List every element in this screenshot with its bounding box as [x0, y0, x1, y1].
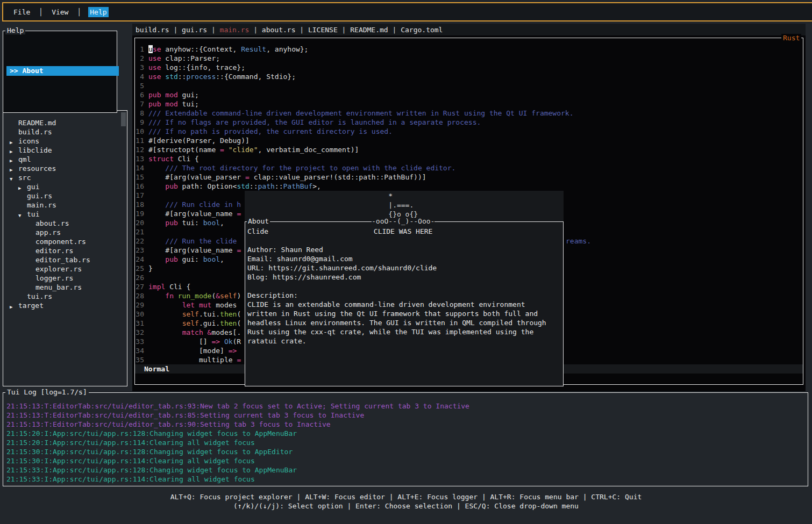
line-number: 25	[136, 264, 144, 273]
tree-item-tui-rs[interactable]: tui.rs	[3, 292, 126, 301]
code-line[interactable]: 15 #[arg(value_parser = clap::value_pars…	[136, 173, 802, 182]
file-tree: README.mdbuild.rs▶icons▶libclide▶qml▶res…	[3, 118, 126, 310]
help-menu-item-about[interactable]: >> About	[6, 66, 119, 76]
tree-item-label: tui	[27, 210, 39, 219]
code-line[interactable]: 11#[derive(Parser, Debug)]	[136, 136, 802, 145]
code-line[interactable]: 4use std::process::{Command, Stdio};	[136, 72, 802, 81]
editor-tab-license[interactable]: LICENSE	[308, 26, 338, 34]
editor-tab-about.rs[interactable]: about.rs	[262, 26, 296, 34]
code-token: =>	[211, 338, 220, 346]
code-token: (	[237, 319, 241, 327]
code-line[interactable]: 9/// If no flags are provided, the GUI e…	[136, 118, 802, 127]
tree-item-app-rs[interactable]: app.rs	[3, 228, 126, 237]
tree-item-explorer-rs[interactable]: explorer.rs	[3, 264, 126, 274]
log-line: 21:15:13:T:EditorTab:src/tui/editor_tab.…	[6, 401, 469, 411]
line-number: 15	[136, 173, 144, 182]
code-token: .tui.	[199, 310, 220, 318]
code-token: ::	[275, 182, 283, 190]
code-token: use	[148, 63, 161, 71]
code-token: path: Option<	[178, 182, 237, 190]
code-token: process	[186, 73, 216, 81]
footer-line-1: ALT+Q: Focus project explorer | ALT+W: F…	[0, 492, 812, 501]
editor-tab-build.rs[interactable]: build.rs	[136, 26, 169, 34]
tree-item-icons[interactable]: ▶icons	[3, 137, 126, 146]
code-token: #[arg(value_parser	[148, 173, 245, 181]
code-token: #[derive(Parser, Debug)]	[148, 137, 250, 145]
about-popup-title: About	[247, 218, 270, 225]
tree-item-editor-rs[interactable]: editor.rs	[3, 246, 126, 255]
tree-item-label: libclide	[18, 146, 52, 155]
code-token: clap::Parser;	[161, 54, 220, 62]
menu-item-file[interactable]: File	[12, 7, 32, 17]
line-number: 10	[136, 127, 144, 136]
line-number: 5	[136, 81, 144, 90]
tree-item-build-rs[interactable]: build.rs	[3, 127, 126, 137]
editor-tab-cargo.toml[interactable]: Cargo.toml	[401, 26, 443, 34]
tree-item-label: gui	[27, 182, 39, 191]
menu-item-view[interactable]: View	[50, 7, 70, 17]
code-line[interactable]: 8/// Extendable command-line driven deve…	[136, 109, 802, 118]
tree-item-logger-rs[interactable]: logger.rs	[3, 274, 126, 283]
tree-item-menu-bar-rs[interactable]: menu_bar.rs	[3, 283, 126, 292]
tree-item-editor-tab-rs[interactable]: editor_tab.rs	[3, 255, 126, 264]
code-token	[203, 328, 208, 336]
tree-item-gui-rs[interactable]: gui.rs	[3, 191, 126, 200]
tree-item-src[interactable]: ▼src	[3, 173, 126, 182]
editor-tab-main.rs[interactable]: main.rs	[220, 26, 250, 34]
log-line: 21:15:30:I:App:src/tui/app.rs:128:Changi…	[6, 447, 469, 456]
code-token: use	[148, 73, 161, 81]
code-token	[220, 338, 224, 346]
code-token: ,	[220, 255, 224, 263]
code-line[interactable]: 7pub mod tui;	[136, 99, 802, 109]
line-number: 23	[136, 246, 144, 255]
code-line[interactable]: 14 /// The root directory for the projec…	[136, 163, 802, 173]
tree-item-about-rs[interactable]: about.rs	[3, 219, 126, 228]
tui-log-title: Tui Log [log=1.7/s]	[5, 389, 89, 396]
code-token: =>	[229, 347, 237, 355]
code-token	[148, 319, 182, 327]
line-number: 29	[136, 300, 144, 310]
tree-item-label: build.rs	[18, 127, 52, 137]
code-line[interactable]: 12#[structopt(name = "clide", verbatim_d…	[136, 145, 802, 154]
keybinding-footer: ALT+Q: Focus project explorer | ALT+W: F…	[0, 492, 812, 511]
code-token: multiple	[148, 356, 237, 364]
code-token: bool	[203, 255, 220, 263]
tree-item-main-rs[interactable]: main.rs	[3, 200, 126, 210]
line-number: 7	[136, 99, 144, 109]
editor-tab-gui.rs[interactable]: gui.rs	[182, 26, 207, 34]
code-token: pub	[148, 100, 161, 108]
code-line[interactable]: 10/// If no path is provided, the curren…	[136, 127, 802, 136]
tree-item-readme-md[interactable]: README.md	[3, 118, 126, 127]
code-token	[148, 219, 165, 227]
tab-separator: |	[207, 26, 219, 34]
tree-item-target[interactable]: ▶target	[3, 301, 126, 310]
code-token: anyhow::{Context,	[161, 45, 241, 53]
code-line[interactable]: 13struct Cli {	[136, 154, 802, 163]
tree-item-label: target	[18, 301, 44, 310]
code-token: impl	[148, 283, 165, 291]
code-line[interactable]: 1use anyhow::{Context, Result, anyhow};	[136, 45, 802, 54]
code-token	[174, 292, 178, 300]
code-token	[195, 301, 199, 309]
tree-item-component-rs[interactable]: component.rs	[3, 237, 126, 246]
tree-item-libclide[interactable]: ▶libclide	[3, 146, 126, 155]
code-line[interactable]: 5	[136, 81, 802, 90]
tree-item-qml[interactable]: ▶qml	[3, 155, 126, 164]
log-line: 21:15:33:I:App:src/tui/app.rs:128:Changi…	[6, 465, 469, 475]
tree-item-resources[interactable]: ▶resources	[3, 164, 126, 173]
code-line[interactable]: 6pub mod gui;	[136, 90, 802, 99]
tree-item-label: logger.rs	[35, 274, 73, 283]
line-number: 12	[136, 145, 144, 154]
line-number: 13	[136, 154, 144, 163]
code-token	[148, 310, 182, 318]
code-line[interactable]: 16 pub path: Option<std::path::PathBuf>,	[136, 182, 802, 191]
menu-item-help[interactable]: Help	[88, 7, 108, 17]
code-line[interactable]: 2use clap::Parser;	[136, 54, 802, 63]
code-token: =	[237, 210, 241, 218]
code-token: ::{Command, Stdio};	[216, 73, 296, 81]
code-line[interactable]: 3use log::{info, trace};	[136, 63, 802, 72]
tree-item-gui[interactable]: ▶gui	[3, 182, 126, 191]
help-dropdown-title: Help	[5, 27, 25, 34]
tree-item-tui[interactable]: ▼tui	[3, 210, 126, 219]
editor-tab-readme.md[interactable]: README.md	[350, 26, 388, 34]
